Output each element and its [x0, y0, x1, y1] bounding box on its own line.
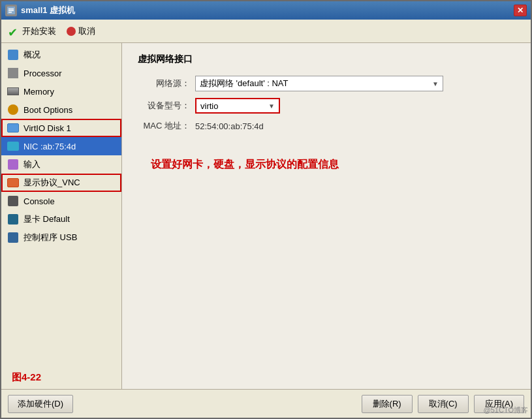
device-type-label: 设备型号：: [138, 100, 190, 112]
close-button[interactable]: ✕: [514, 5, 527, 16]
dropdown-arrow-icon2: ▼: [268, 102, 275, 110]
panel-title: 虚拟网络接口: [138, 54, 515, 65]
window-title: small1 虚拟机: [21, 5, 514, 16]
sidebar-item-input[interactable]: 输入: [1, 155, 121, 174]
sidebar-item-boot-options[interactable]: Boot Options: [1, 101, 121, 119]
overview-icon: [7, 48, 20, 61]
device-type-select[interactable]: virtio ▼: [195, 98, 280, 114]
window-icon: [5, 5, 17, 16]
sidebar-item-overview[interactable]: 概况: [1, 46, 121, 64]
titlebar: small1 虚拟机 ✕: [1, 1, 531, 20]
cancel-button[interactable]: 取消: [67, 25, 95, 37]
sidebar-item-nic[interactable]: NIC :ab:75:4d: [1, 137, 121, 155]
mac-address-row: MAC 地址： 52:54:00:ab:75:4d: [138, 120, 515, 132]
input-icon: [7, 158, 20, 171]
check-icon: ✔: [8, 25, 20, 37]
figure-label: 图4-22: [12, 371, 41, 384]
memory-icon: [7, 85, 20, 98]
usb-icon: [7, 231, 20, 244]
dropdown-arrow-icon: ▼: [432, 80, 439, 87]
install-label: 开始安装: [22, 25, 56, 37]
network-source-select[interactable]: 虚拟网络 'default' : NAT ▼: [195, 76, 443, 91]
processor-icon: [7, 67, 20, 80]
install-button[interactable]: ✔ 开始安装: [8, 25, 56, 37]
cancel-label: 取消: [78, 25, 95, 37]
content-area: 概况 Processor Memory Boot Options VirtIO …: [1, 43, 531, 389]
add-hardware-button[interactable]: 添加硬件(D): [8, 395, 73, 413]
sidebar-item-virtio-disk[interactable]: VirtIO Disk 1: [1, 119, 121, 137]
network-source-label: 网络源：: [138, 78, 190, 89]
console-icon: [7, 194, 20, 208]
disk-icon: [7, 121, 20, 134]
nic-icon: [7, 140, 20, 153]
toolbar: ✔ 开始安装 取消: [1, 20, 531, 43]
watermark: @51CTO博客: [484, 405, 528, 415]
main-panel: 虚拟网络接口 网络源： 虚拟网络 'default' : NAT ▼ 设备型号：…: [122, 43, 531, 389]
bottom-bar: 添加硬件(D) 删除(R) 取消(C) 应用(A): [1, 389, 531, 418]
sidebar-item-display[interactable]: 显示协议_VNC: [1, 174, 121, 192]
svg-rect-2: [8, 10, 14, 12]
network-source-value: 虚拟网络 'default' : NAT: [200, 78, 288, 89]
cancel-dot-icon: [67, 27, 76, 36]
sidebar: 概况 Processor Memory Boot Options VirtIO …: [1, 43, 122, 389]
sidebar-item-usb[interactable]: 控制程序 USB: [1, 228, 121, 247]
device-type-value: virtio: [200, 101, 218, 111]
video-icon: [7, 213, 20, 226]
sidebar-item-video[interactable]: 显卡 Default: [1, 210, 121, 228]
network-source-row: 网络源： 虚拟网络 'default' : NAT ▼: [138, 76, 515, 91]
annotation-text: 设置好网卡，硬盘，显示协议的配置信息: [151, 158, 515, 172]
svg-rect-3: [8, 12, 12, 13]
mac-value: 52:54:00:ab:75:4d: [195, 121, 264, 131]
boot-icon: [7, 103, 20, 116]
svg-rect-1: [8, 8, 14, 10]
sidebar-item-console[interactable]: Console: [1, 192, 121, 210]
mac-label: MAC 地址：: [138, 120, 190, 132]
sidebar-item-memory[interactable]: Memory: [1, 82, 121, 101]
sidebar-item-processor[interactable]: Processor: [1, 64, 121, 82]
delete-button[interactable]: 删除(R): [362, 395, 413, 413]
device-type-row: 设备型号： virtio ▼: [138, 98, 515, 114]
cancel-dialog-button[interactable]: 取消(C): [418, 395, 469, 413]
display-icon: [7, 176, 20, 189]
